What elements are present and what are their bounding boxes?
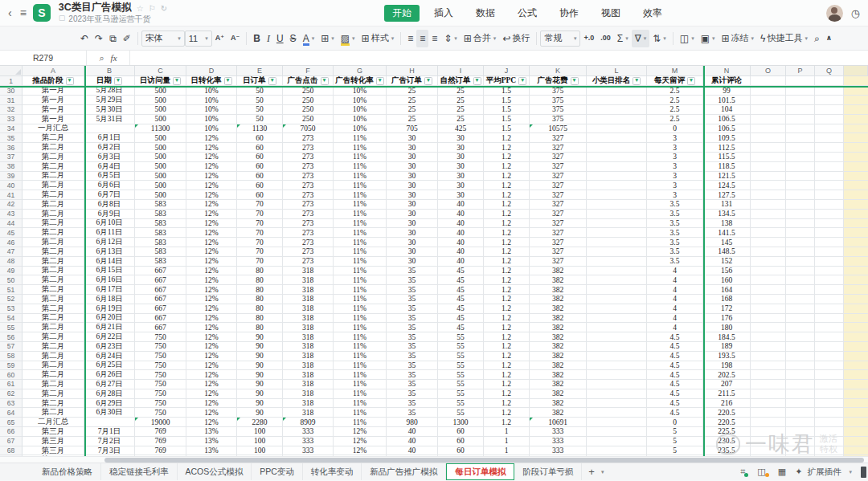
cell[interactable]: 11%	[334, 342, 387, 352]
tag-icon[interactable]: ⚐	[149, 4, 156, 13]
cell[interactable]: 3.5	[647, 228, 703, 238]
strikethrough-button[interactable]: S	[287, 30, 300, 47]
sheet-tab[interactable]: 新品价格策略	[34, 463, 101, 480]
cell[interactable]: 40	[438, 200, 484, 210]
cell[interactable]: 30	[438, 190, 484, 200]
cell[interactable]: 12%	[186, 162, 237, 172]
cell[interactable]: 广告转化率▼	[334, 76, 387, 86]
cell[interactable]: 583	[135, 238, 186, 247]
collapse-toolbar-icon[interactable]: ∧	[823, 30, 835, 47]
cell[interactable]: 4.5	[647, 389, 703, 399]
cell-empty[interactable]	[786, 370, 815, 380]
cell[interactable]: 12%	[186, 133, 237, 143]
insert-function-icon[interactable]: fx	[111, 53, 117, 63]
cell[interactable]: 318	[283, 380, 334, 389]
cell[interactable]: 11%	[334, 219, 387, 229]
cell[interactable]: 30	[387, 133, 438, 143]
cell-empty[interactable]	[751, 210, 786, 219]
cell[interactable]: 273	[283, 133, 334, 143]
cell[interactable]: 11%	[334, 314, 387, 324]
cell[interactable]: 10%	[186, 124, 237, 134]
cell-empty[interactable]	[815, 76, 844, 86]
cell[interactable]: 60	[237, 190, 283, 200]
cell[interactable]: 第一月	[23, 105, 84, 115]
cell-empty[interactable]	[786, 105, 815, 115]
cell[interactable]: 667	[135, 314, 186, 324]
cell[interactable]: 30	[387, 172, 438, 181]
cell[interactable]: 750	[135, 389, 186, 399]
cell[interactable]	[587, 323, 647, 332]
cell[interactable]	[587, 342, 647, 352]
cell[interactable]: 25	[438, 96, 484, 105]
cell[interactable]: 12%	[186, 143, 237, 153]
cell-empty[interactable]	[751, 332, 786, 342]
underline-button[interactable]: U	[273, 30, 287, 47]
cell[interactable]: 1.2	[484, 133, 530, 143]
cell[interactable]: 1.2	[484, 181, 530, 190]
cell[interactable]	[587, 314, 647, 324]
cell[interactable]: 318	[283, 275, 334, 285]
cell[interactable]: 30	[438, 172, 484, 181]
cell-highlighted-column[interactable]	[844, 143, 868, 153]
cell[interactable]: 45	[438, 314, 484, 324]
cell[interactable]: 1	[484, 446, 530, 456]
cell[interactable]: 1.2	[484, 267, 530, 276]
cell[interactable]: 5	[647, 427, 703, 437]
cell[interactable]: 50	[237, 115, 283, 124]
ribbon-tab[interactable]: 协作	[551, 5, 587, 22]
cell[interactable]: 131	[703, 200, 751, 210]
cell[interactable]: 382	[530, 408, 587, 418]
cell[interactable]: 12%	[186, 257, 237, 267]
filter-dropdown-icon[interactable]: ▼	[473, 77, 481, 85]
cell-empty[interactable]	[786, 314, 815, 324]
cell-empty[interactable]	[815, 181, 844, 190]
column-header-J[interactable]: J	[484, 66, 530, 75]
cell[interactable]: 273	[283, 181, 334, 190]
cell[interactable]: 6月11日	[84, 228, 135, 238]
cell[interactable]: 3	[647, 143, 703, 153]
cell[interactable]: 12%	[334, 437, 387, 446]
cell[interactable]: 6月1日	[84, 133, 135, 143]
plugins-button[interactable]: ✦ 扩展插件 ▾	[795, 467, 852, 478]
cell[interactable]	[587, 200, 647, 210]
cell[interactable]: 6月2日	[84, 143, 135, 153]
column-header-E[interactable]: E	[237, 66, 283, 75]
cell[interactable]: 6月28日	[84, 389, 135, 399]
cell-highlighted-column[interactable]	[844, 389, 868, 399]
cell[interactable]: 11300	[135, 124, 186, 134]
cell-empty[interactable]	[815, 275, 844, 285]
cell[interactable]: 10691	[530, 418, 587, 427]
cell[interactable]: 327	[530, 210, 587, 219]
cell-empty[interactable]	[786, 124, 815, 134]
row-number[interactable]: 42	[0, 200, 23, 210]
cell[interactable]: 25	[387, 105, 438, 115]
cell-empty[interactable]	[815, 304, 844, 314]
cell[interactable]: 第二月	[23, 247, 84, 257]
device-sync-icon[interactable]: ⌗	[740, 467, 748, 477]
cell[interactable]: 0	[647, 124, 703, 134]
cell[interactable]	[587, 247, 647, 257]
cell[interactable]: 70	[237, 257, 283, 267]
cell[interactable]: 500	[135, 96, 186, 105]
cell[interactable]: 4	[647, 314, 703, 324]
cell[interactable]: 172	[703, 304, 751, 314]
cell[interactable]: 第二月	[23, 181, 84, 190]
cell[interactable]: 19000	[135, 418, 186, 427]
cell[interactable]: 382	[530, 285, 587, 295]
row-number[interactable]: 50	[0, 275, 23, 285]
sheet-tab[interactable]: 新品广告推广模拟	[362, 463, 446, 480]
cell[interactable]: 750	[135, 342, 186, 352]
cell-empty[interactable]	[786, 418, 815, 427]
star-icon[interactable]: ☆	[137, 4, 144, 13]
cell[interactable]: 1300	[438, 418, 484, 427]
cell[interactable]: 4.5	[647, 399, 703, 409]
cell[interactable]: 11%	[334, 143, 387, 153]
cell[interactable]: 318	[283, 314, 334, 324]
cell[interactable]: 184.5	[703, 332, 751, 342]
cell[interactable]: 11%	[334, 267, 387, 276]
cell[interactable]: 1.2	[484, 361, 530, 371]
cell-empty[interactable]	[815, 162, 844, 172]
cell-highlighted-column[interactable]	[844, 124, 868, 134]
cell[interactable]: 273	[283, 143, 334, 153]
cell[interactable]: 500	[135, 162, 186, 172]
